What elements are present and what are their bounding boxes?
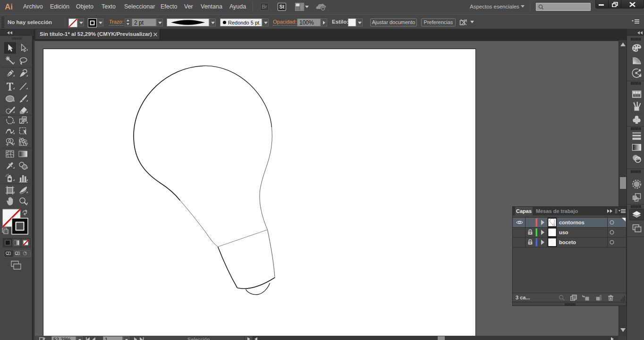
svg-text:uso: uso <box>559 230 568 235</box>
svg-text:contornos: contornos <box>559 220 585 225</box>
svg-text:boceto: boceto <box>559 239 576 245</box>
